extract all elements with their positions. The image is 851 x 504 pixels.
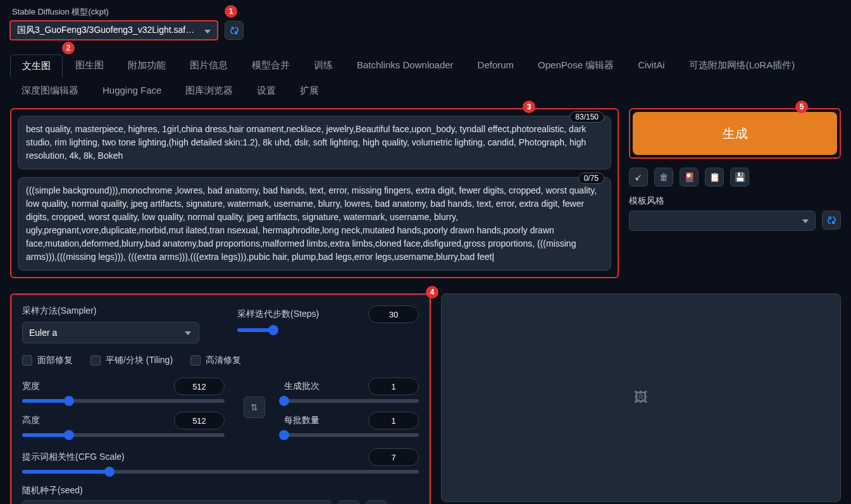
positive-prompt[interactable]: 83/150 best quality, masterpiece, highre… [18, 116, 611, 169]
tab-settings[interactable]: 设置 [245, 80, 287, 102]
negative-prompt[interactable]: 0/75 (((simple background))),monochrome … [18, 177, 611, 271]
refresh-icon: 🗘 [230, 25, 239, 36]
batch-size-slider[interactable] [284, 433, 419, 437]
image-icon: 🖼 [634, 390, 648, 406]
checkbox-box [90, 355, 101, 366]
arrow-button[interactable]: ↙ [629, 168, 648, 187]
batch-size-label: 每批数量 [284, 415, 320, 426]
card-icon: 🎴 [684, 172, 695, 182]
tab-gallery[interactable]: 图库浏览器 [174, 80, 244, 102]
cfg-slider[interactable] [22, 470, 419, 474]
negative-count: 0/75 [578, 173, 604, 184]
tabs-row2: 深度图编辑器 Hugging Face 图库浏览器 设置 扩展 [0, 77, 851, 102]
checkbox-box [190, 355, 201, 366]
template-style-label: 模板风格 [629, 195, 841, 207]
steps-label: 采样迭代步数(Steps) [237, 309, 319, 320]
badge-5: 5 [795, 101, 808, 113]
batch-count-value[interactable]: 1 [368, 378, 419, 395]
checkbox-box [22, 355, 32, 366]
arrow-icon: ↙ [635, 172, 642, 182]
badge-3: 3 [523, 101, 535, 113]
tabs-row1: 文生图 图生图 附加功能 图片信息 模型合并 训练 Batchlinks Dow… [0, 46, 851, 77]
card-button[interactable]: 🎴 [680, 168, 699, 187]
model-label: Stable Diffusion 模型(ckpt) [12, 6, 244, 18]
batch-count-label: 生成批次 [284, 381, 320, 392]
positive-count: 83/150 [569, 111, 604, 123]
cfg-label: 提示词相关性(CFG Scale) [22, 452, 125, 463]
generate-button[interactable]: 生成 [633, 112, 837, 155]
refresh-icon: 🗘 [827, 215, 836, 226]
batch-size-value[interactable]: 1 [368, 412, 419, 429]
tab-train[interactable]: 训练 [302, 54, 344, 77]
seed-input[interactable]: 3953535256 [22, 500, 332, 504]
tab-lora[interactable]: 可选附加网络(LoRA插件) [678, 54, 807, 77]
sampler-value: Euler a [29, 328, 57, 338]
badge-2: 2 [62, 42, 75, 54]
tab-batchlinks[interactable]: Batchlinks Downloader [345, 54, 465, 77]
output-preview: 🖼 [441, 293, 841, 502]
tab-extras[interactable]: 附加功能 [116, 54, 177, 77]
model-value: 国风3_GuoFeng3/3Guofeng3_v32Light.safetens… [17, 25, 198, 36]
tab-pnginfo[interactable]: 图片信息 [178, 54, 239, 77]
steps-value[interactable]: 30 [368, 305, 419, 323]
seed-label: 随机种子(seed) [22, 485, 419, 496]
tab-deforum[interactable]: Deforum [466, 54, 526, 77]
trash-button[interactable]: 🗑 [654, 168, 673, 187]
width-slider[interactable] [22, 399, 225, 403]
positive-text: best quality, masterpiece, highres, 1gir… [26, 123, 603, 163]
tiling-checkbox[interactable]: 平铺/分块 (Tiling) [90, 355, 173, 366]
tab-merge[interactable]: 模型合并 [240, 54, 301, 77]
width-label: 宽度 [22, 381, 40, 392]
model-select[interactable]: 国风3_GuoFeng3/3Guofeng3_v32Light.safetens… [9, 20, 218, 40]
clipboard-button[interactable]: 📋 [705, 168, 724, 187]
tab-img2img[interactable]: 图生图 [64, 54, 115, 77]
sampler-select[interactable]: Euler a [22, 322, 199, 343]
save-icon: 💾 [735, 172, 745, 182]
recycle-button[interactable]: ♻ [366, 500, 387, 504]
tab-civitai[interactable]: CivitAi [626, 54, 676, 77]
cfg-value[interactable]: 7 [368, 448, 419, 466]
hires-checkbox[interactable]: 高清修复 [190, 355, 241, 366]
tab-extensions[interactable]: 扩展 [289, 80, 330, 102]
sampler-label: 采样方法(Sampler) [22, 305, 212, 317]
width-value[interactable]: 512 [174, 378, 225, 395]
batch-count-slider[interactable] [284, 399, 419, 403]
badge-1: 1 [225, 5, 237, 18]
badge-4: 4 [426, 286, 438, 298]
clipboard-icon: 📋 [709, 172, 720, 182]
tab-openpose[interactable]: OpenPose 编辑器 [526, 54, 625, 77]
face-fix-checkbox[interactable]: 面部修复 [22, 355, 73, 366]
height-value[interactable]: 512 [174, 412, 225, 429]
params-panel: 采样方法(Sampler) Euler a 采样迭代步数(Steps) 30 [11, 295, 430, 504]
swap-icon: ⇅ [251, 402, 258, 412]
height-label: 高度 [22, 415, 40, 426]
tab-hf[interactable]: Hugging Face [91, 80, 173, 102]
save-button[interactable]: 💾 [730, 168, 749, 187]
height-slider[interactable] [22, 433, 225, 437]
refresh-model-button[interactable]: 🗘 [225, 21, 244, 40]
refresh-style-button[interactable]: 🗘 [822, 211, 841, 230]
tab-depth[interactable]: 深度图编辑器 [10, 80, 90, 102]
swap-wh-button[interactable]: ⇅ [244, 396, 265, 418]
trash-icon: 🗑 [659, 172, 668, 182]
template-style-select[interactable] [629, 211, 816, 231]
negative-text: (((simple background))),monochrome ,lowr… [26, 184, 603, 264]
tab-txt2img[interactable]: 文生图 [10, 54, 63, 77]
dice-button[interactable]: 🎲 [338, 500, 359, 504]
